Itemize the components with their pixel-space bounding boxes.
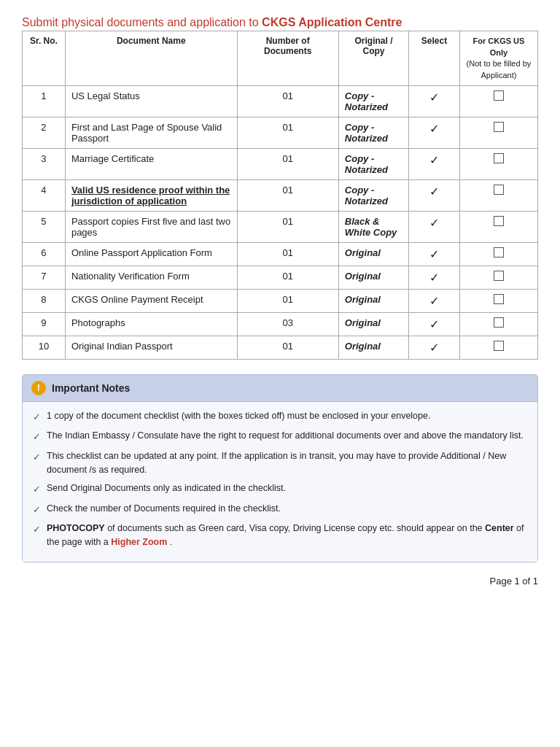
cell-numdocs: 01 [237,148,338,179]
cell-forckgs[interactable] [459,85,537,117]
note-text: PHOTOCOPY of documents such as Green car… [47,522,527,549]
ckgs-checkbox[interactable] [494,90,504,101]
note-item: ✓This checklist can be updated at any po… [33,449,527,477]
table-row: 1US Legal Status01Copy - Notarized✓ [23,85,538,117]
cell-copytype: Black & White Copy [338,211,408,242]
ckgs-checkbox[interactable] [494,216,504,226]
cell-docname: US Legal Status [65,85,237,117]
note-check-icon: ✓ [33,430,41,444]
cell-docname: First and Last Page of Spouse Valid Pass… [65,117,237,148]
note-item: ✓Check the number of Documents required … [33,502,527,517]
cell-select: ✓ [409,312,460,336]
cell-forckgs[interactable] [459,242,537,266]
cell-select: ✓ [409,179,460,211]
cell-select: ✓ [409,336,460,359]
cell-copytype: Copy - Notarized [338,148,408,179]
forckgs-label: For CKGS US Only [472,36,524,56]
cell-docname: Marriage Certificate [65,148,237,179]
ckgs-checkbox[interactable] [494,271,504,281]
note-check-icon: ✓ [33,450,41,465]
ckgs-checkbox[interactable] [494,153,504,163]
cell-copytype: Original [338,336,408,359]
cell-select: ✓ [409,117,460,148]
cell-srno: 5 [23,211,66,242]
cell-srno: 6 [23,242,66,266]
header-origcopy: Original / Copy [338,31,408,86]
ckgs-checkbox[interactable] [494,122,504,132]
cell-copytype: Original [338,242,408,266]
cell-forckgs[interactable] [459,117,537,148]
cell-numdocs: 01 [237,289,338,312]
footer-text: Page 1 of 1 [490,576,539,587]
ckgs-checkbox[interactable] [494,247,504,258]
documents-table: Sr. No. Document Name Number of Document… [22,31,538,360]
cell-srno: 10 [23,336,66,359]
note-item: ✓PHOTOCOPY of documents such as Green ca… [33,522,527,549]
header-docname: Document Name [65,31,237,86]
note-check-icon: ✓ [33,503,41,517]
cell-forckgs[interactable] [459,211,537,242]
header-forckgs: For CKGS US Only (Not to be filled by Ap… [459,31,537,86]
cell-docname: Photographs [65,312,237,336]
cell-numdocs: 03 [237,312,338,336]
cell-srno: 8 [23,289,66,312]
cell-copytype: Copy - Notarized [338,179,408,211]
cell-srno: 2 [23,117,66,148]
table-row: 9Photographs03Original✓ [23,312,538,336]
header-select: Select [409,31,460,86]
note-text: 1 copy of the document checklist (with t… [47,409,430,423]
ckgs-checkbox[interactable] [494,294,504,304]
page-footer: Page 1 of 1 [22,576,538,587]
cell-numdocs: 01 [237,336,338,359]
note-text: Check the number of Documents required i… [47,502,281,516]
important-title: Important Notes [52,382,130,394]
cell-copytype: Original [338,289,408,312]
cell-docname: Passport copies First five and last two … [65,211,237,242]
note-check-icon: ✓ [33,522,41,537]
cell-select: ✓ [409,289,460,312]
ckgs-checkbox[interactable] [494,317,504,328]
cell-forckgs[interactable] [459,336,537,359]
cell-srno: 3 [23,148,66,179]
table-row: 3Marriage Certificate01Copy - Notarized✓ [23,148,538,179]
cell-docname: Online Passport Application Form [65,242,237,266]
important-notes-box: ! Important Notes ✓1 copy of the documen… [22,374,538,562]
title-prefix: Submit physical documents and applicatio… [22,16,262,28]
important-header: ! Important Notes [23,375,537,402]
ckgs-checkbox[interactable] [494,341,504,351]
cell-numdocs: 01 [237,117,338,148]
cell-forckgs[interactable] [459,148,537,179]
cell-docname: Valid US residence proof within the juri… [65,179,237,211]
cell-select: ✓ [409,148,460,179]
cell-forckgs[interactable] [459,312,537,336]
note-item: ✓1 copy of the document checklist (with … [33,409,527,425]
cell-srno: 9 [23,312,66,336]
table-row: 6Online Passport Application Form01Origi… [23,242,538,266]
header-srno: Sr. No. [23,31,66,86]
cell-docname: Original Indian Passport [65,336,237,359]
note-item: ✓The Indian Embassy / Consulate have the… [33,429,527,444]
note-item: ✓Send Original Documents only as indicat… [33,481,527,497]
cell-numdocs: 01 [237,179,338,211]
table-row: 2First and Last Page of Spouse Valid Pas… [23,117,538,148]
cell-forckgs[interactable] [459,179,537,211]
cell-numdocs: 01 [237,211,338,242]
note-check-icon: ✓ [33,482,41,497]
cell-forckgs[interactable] [459,266,537,289]
note-text: The Indian Embassy / Consulate have the … [47,429,524,443]
title-highlight: CKGS Application Centre [262,16,402,28]
cell-srno: 7 [23,266,66,289]
cell-select: ✓ [409,242,460,266]
cell-copytype: Original [338,312,408,336]
note-text: This checklist can be updated at any poi… [47,449,527,477]
cell-docname: CKGS Online Payment Receipt [65,289,237,312]
note-text: Send Original Documents only as indicate… [47,481,286,495]
ckgs-checkbox[interactable] [494,185,504,195]
cell-numdocs: 01 [237,242,338,266]
cell-select: ✓ [409,85,460,117]
cell-docname: Nationality Verification Form [65,266,237,289]
cell-numdocs: 01 [237,85,338,117]
cell-forckgs[interactable] [459,289,537,312]
table-row: 8CKGS Online Payment Receipt01Original✓ [23,289,538,312]
table-row: 10Original Indian Passport01Original✓ [23,336,538,359]
